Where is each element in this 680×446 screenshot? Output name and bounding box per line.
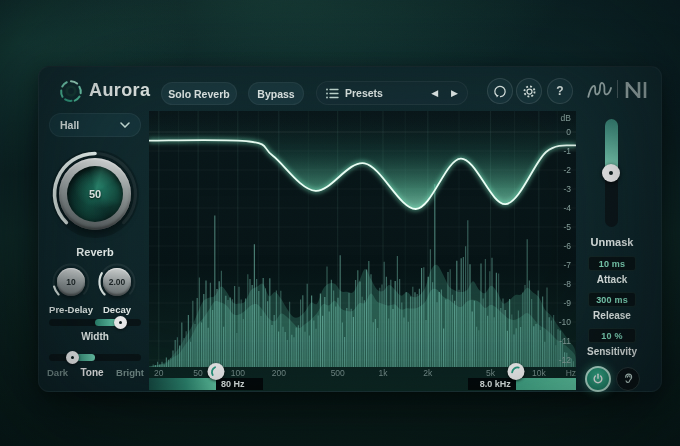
width-label: Width [45, 331, 145, 342]
settings-button[interactable] [516, 78, 542, 104]
solo-reverb-button[interactable]: Solo Reverb [161, 82, 237, 105]
sensitivity-value[interactable]: 10 % [588, 328, 636, 343]
decay-knob[interactable]: 2.00 [97, 262, 137, 302]
list-icon [326, 88, 339, 99]
low-cut-handle-arc [208, 363, 225, 380]
gear-icon [522, 84, 537, 99]
reverb-label: Reverb [45, 246, 145, 258]
width-slider-handle[interactable] [114, 316, 127, 329]
tone-label: Tone [81, 367, 104, 378]
decay-label: Decay [85, 304, 149, 315]
reverb-value: 50 [45, 188, 145, 200]
low-cut-handle[interactable] [208, 363, 225, 380]
pre-delay-knob[interactable]: 10 [51, 262, 91, 302]
ni-logo-icon [624, 82, 648, 98]
reverb-knob[interactable]: 50 [45, 144, 145, 244]
tone-slider[interactable] [49, 354, 141, 361]
app-title: Aurora [89, 80, 150, 101]
width-slider[interactable] [49, 319, 141, 326]
release-value[interactable]: 300 ms [588, 292, 636, 307]
unmask-label: Unmask [572, 236, 652, 248]
brand-divider [617, 80, 618, 98]
sensitivity-label: Sensitivity [572, 346, 652, 357]
unmask-power-button[interactable] [585, 366, 611, 392]
next-preset-button[interactable]: ▶ [451, 89, 458, 98]
bypass-button[interactable]: Bypass [248, 82, 304, 105]
presets-label: Presets [345, 87, 383, 99]
high-cut-handle-arc [507, 363, 524, 380]
decay-value: 2.00 [97, 277, 137, 287]
high-cut-handle[interactable] [507, 363, 524, 380]
history-button[interactable] [487, 78, 513, 104]
question-icon: ? [556, 84, 563, 98]
tone-dark-label: Dark [47, 367, 68, 378]
plugin-window: Aurora Solo Reverb Bypass Presets ◀ ▶ [38, 66, 662, 392]
tone-bright-label: Bright [116, 367, 144, 378]
solo-reverb-label: Solo Reverb [168, 88, 229, 100]
eq-curve-fill [149, 111, 576, 209]
chevron-down-icon [120, 122, 130, 128]
bypass-label: Bypass [257, 88, 294, 100]
tone-labels: Dark Tone Bright [47, 367, 144, 378]
room-type-select[interactable]: Hall [49, 113, 141, 137]
high-cut-range-bar [516, 378, 576, 390]
help-button[interactable]: ? [547, 78, 573, 104]
analyzer-spectrum [149, 184, 576, 367]
aurora-logo-icon [58, 78, 84, 104]
low-cut-range-bar [149, 378, 216, 390]
unmask-slider-handle[interactable] [602, 164, 620, 182]
room-type-value: Hall [60, 119, 120, 131]
history-icon [493, 84, 508, 99]
pre-delay-value: 10 [51, 277, 91, 287]
izotope-logo-icon [586, 79, 614, 101]
presets-menu[interactable]: Presets ◀ ▶ [316, 81, 468, 105]
ear-icon [622, 372, 635, 386]
release-label: Release [572, 310, 652, 321]
power-icon [591, 372, 605, 386]
listen-button[interactable] [616, 367, 640, 391]
spectrum-display: dB0-1-2-3-4-5-6-7-8-9-10-11-12 205010020… [149, 111, 576, 391]
tone-slider-handle[interactable] [66, 351, 79, 364]
attack-label: Attack [572, 274, 652, 285]
prev-preset-button[interactable]: ◀ [431, 89, 438, 98]
attack-value[interactable]: 10 ms [588, 256, 636, 271]
